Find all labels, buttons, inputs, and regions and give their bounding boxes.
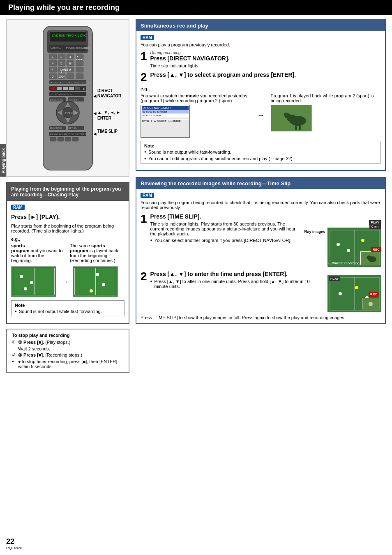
- remote-label-direct-navigator: DIRECT NAVIGATOR: [97, 88, 121, 99]
- ts-step2-num: 2: [141, 271, 147, 282]
- rec-tag: REC: [371, 247, 381, 252]
- dn-row-3: [142, 117, 189, 118]
- svg-text:6: 6: [69, 62, 71, 65]
- ram-badge-chasing: RAM: [11, 205, 25, 210]
- svg-text:4: 4: [52, 62, 54, 65]
- sim-eg-left-text: You want to watch the movie you recorded…: [141, 93, 251, 103]
- remote-svg: DVD RAM TV DVD-A & DVC VCR Plus TV/VEO R…: [35, 24, 101, 172]
- note-sim-bullet1: Sound is not output while fast-forwardin…: [144, 150, 377, 154]
- svg-text:3: 3: [69, 55, 71, 59]
- svg-text:▼ VOL ▲: ▼ VOL ▲: [51, 81, 62, 84]
- ts-step1-left: 1 Press [TIME SLIP]. Time slip indicator…: [141, 213, 300, 267]
- left-column: DVD RAM TV DVD-A & DVC VCR Plus TV/VEO R…: [6, 19, 129, 373]
- chasing-images-row: →: [11, 266, 125, 297]
- svg-text:1: 1: [52, 55, 54, 59]
- direct-navigator-mock: DIRECT NAVIGATOR 0101/11 BDDinosaur 0201…: [141, 105, 190, 138]
- stop-step1-num: ①: [12, 340, 16, 344]
- dn-footer: TOTAL: 2to SELECT ○-○ ENTER: [142, 120, 189, 122]
- step1-label: During recording: [150, 51, 381, 55]
- step2-inset: [362, 298, 378, 309]
- page-number-area: 22 RQT6920: [6, 537, 22, 550]
- ts-step1-row: 1 Press [TIME SLIP]. Time slip indicator…: [141, 213, 381, 267]
- note-simultaneous: Note Sound is not output while fast-forw…: [141, 141, 381, 164]
- svg-text:100+: 100+: [58, 75, 65, 78]
- chasing-eg-cols: sportsprogram and you want to watch it f…: [11, 243, 125, 263]
- sim-arrow: →: [257, 93, 265, 138]
- svg-point-82: [337, 243, 340, 246]
- ts-step1-bullet: You can select another program if you pr…: [150, 238, 300, 243]
- arrow-2: ◄: [92, 111, 97, 116]
- chasing-eg-right: The same sports program is played back f…: [70, 243, 125, 263]
- step1-num: 1: [141, 51, 147, 62]
- svg-rect-46: [69, 87, 74, 90]
- stop-step1-label: ① Press [■].: [18, 340, 44, 345]
- step2-content: Press [▲, ▼] to select a program and pre…: [150, 71, 381, 78]
- ram-badge-simultaneous: RAM: [141, 35, 154, 40]
- step1-title: Press [DIRECT NAVIGATOR].: [150, 55, 381, 62]
- arrow-1: ◄: [92, 93, 97, 99]
- sim-eg-row: You want to watch the movie you recorded…: [141, 93, 381, 138]
- stop-step2-extra: (Recording stops.): [45, 352, 82, 357]
- chasing-play-desc: Play starts from the beginning of the pr…: [11, 223, 125, 233]
- ts-step2-row: 2 Press [▲, ▼] to enter the time and pre…: [141, 271, 381, 312]
- dino-svg: [271, 105, 312, 131]
- right-column: Simultaneous rec and play RAM You can pl…: [136, 19, 386, 373]
- stop-wait: Wait 2 seconds.: [12, 346, 124, 351]
- stop-step1-extra: (Play stops.): [45, 340, 70, 345]
- ts-step2-left: 2 Press [▲, ▼] to enter the time and pre…: [141, 271, 323, 312]
- svg-text:2: 2: [60, 55, 62, 59]
- pip-inset-image: [360, 251, 379, 265]
- current-recording-label: ← Current recording: [327, 261, 360, 265]
- svg-text:FUNCTIONS: FUNCTIONS: [50, 127, 62, 129]
- note-text-chasing: Sound is not output while fast-forwardin…: [15, 309, 121, 314]
- ts-step1-num: 1: [141, 213, 147, 225]
- svg-text:▲: ▲: [76, 55, 79, 58]
- dn-row-4: [142, 119, 189, 120]
- ts-step2-title: Press [▲, ▼] to enter the time and press…: [150, 271, 323, 277]
- svg-text:9: 9: [69, 68, 71, 71]
- time-slip-section: Reviewing the recorded images while reco…: [136, 177, 386, 324]
- stop-step3: ●To stop timer recording, press [■], the…: [12, 359, 124, 369]
- time-slip-content: RAM You can play the program being recor…: [136, 189, 385, 323]
- chasing-eg-left: sportsprogram and you want to watch it f…: [11, 243, 66, 263]
- stop-box-title: To stop play and recording: [12, 333, 124, 338]
- svg-rect-77: [295, 125, 297, 130]
- svg-text:ENTER: ENTER: [65, 111, 78, 115]
- simultaneous-step2: 2 Press [▲, ▼] to select a program and p…: [141, 71, 381, 83]
- rqt-number: RQT6920: [6, 546, 22, 550]
- svg-text:STOP  PAUSE  PLAY: STOP PAUSE PLAY: [51, 93, 73, 96]
- svg-rect-70: [65, 137, 71, 141]
- ts-pip-container: Play images: [304, 228, 381, 267]
- svg-text:PLAY LIST: PLAY LIST: [69, 99, 78, 101]
- step1-content: During recording Press [DIRECT NAVIGATOR…: [150, 51, 381, 68]
- svg-rect-47: [75, 87, 80, 90]
- svg-point-92: [355, 286, 358, 289]
- svg-text:REC: REC: [84, 47, 90, 49]
- svg-text:5: 5: [60, 62, 62, 65]
- svg-point-95: [369, 302, 373, 306]
- remote-label-enter: ▲, ▼, ◄, ► ENTER: [97, 110, 120, 121]
- chasing-play-section: Playing from the beginning of the progra…: [6, 182, 129, 324]
- svg-rect-45: [63, 87, 68, 90]
- step2-rec-tag: REC: [369, 292, 378, 297]
- chasing-press-play: Press [►] (PLAY).: [11, 214, 125, 220]
- svg-rect-68: [50, 137, 56, 141]
- svg-text:RETURN: RETURN: [69, 127, 77, 129]
- ts-step1: 1 Press [TIME SLIP]. Time slip indicator…: [141, 213, 300, 243]
- svg-point-83: [347, 249, 350, 252]
- pip-inset-svg: [361, 252, 379, 265]
- svg-text:VCR Plus: VCR Plus: [51, 47, 61, 49]
- step2-inset-svg: [362, 298, 379, 310]
- dino-image: [271, 105, 312, 131]
- play-images-label: Play images: [304, 230, 325, 234]
- eg-label-chasing: e.g.,: [11, 237, 125, 242]
- note-sim-title: Note: [144, 143, 377, 148]
- svg-text:0: 0: [52, 75, 54, 78]
- step1-sub: Time slip indicator lights.: [150, 63, 381, 68]
- svg-rect-44: [57, 87, 62, 90]
- svg-text:DVD-A & DVC: DVD-A & DVC: [68, 34, 86, 37]
- remote-label-time-slip: TIME SLIP: [97, 129, 118, 134]
- arrow-right-chasing: →: [60, 277, 69, 286]
- sim-eg-left: You want to watch the movie you recorded…: [141, 93, 251, 138]
- arrow-3: ◄: [92, 131, 97, 137]
